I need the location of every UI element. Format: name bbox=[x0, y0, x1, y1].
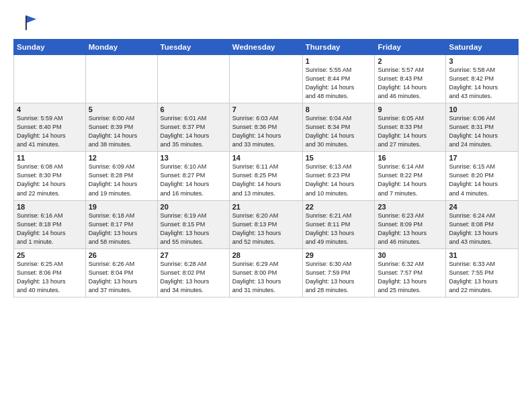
col-header-wednesday: Wednesday bbox=[229, 40, 302, 55]
calendar-cell: 24Sunrise: 6:24 AM Sunset: 8:08 PM Dayli… bbox=[446, 200, 519, 248]
calendar-cell: 15Sunrise: 6:13 AM Sunset: 8:23 PM Dayli… bbox=[302, 152, 375, 200]
day-number: 23 bbox=[378, 203, 443, 211]
day-info: Sunrise: 6:28 AM Sunset: 8:02 PM Dayligh… bbox=[161, 260, 226, 295]
day-info: Sunrise: 6:32 AM Sunset: 7:57 PM Dayligh… bbox=[378, 260, 443, 295]
col-header-thursday: Thursday bbox=[302, 40, 375, 55]
day-number: 1 bbox=[306, 57, 372, 65]
day-info: Sunrise: 6:20 AM Sunset: 8:13 PM Dayligh… bbox=[232, 212, 300, 246]
day-number: 11 bbox=[17, 154, 83, 162]
day-number: 29 bbox=[306, 251, 372, 259]
calendar-week-row: 11Sunrise: 6:08 AM Sunset: 8:30 PM Dayli… bbox=[14, 152, 519, 200]
day-info: Sunrise: 6:10 AM Sunset: 8:27 PM Dayligh… bbox=[161, 163, 226, 197]
calendar-cell: 8Sunrise: 6:04 AM Sunset: 8:34 PM Daylig… bbox=[302, 103, 375, 152]
calendar-cell: 1Sunrise: 5:55 AM Sunset: 8:44 PM Daylig… bbox=[302, 55, 375, 103]
day-number: 31 bbox=[449, 251, 515, 259]
day-number: 22 bbox=[306, 203, 372, 211]
col-header-saturday: Saturday bbox=[446, 40, 519, 55]
calendar-cell: 6Sunrise: 6:01 AM Sunset: 8:37 PM Daylig… bbox=[157, 103, 229, 152]
day-number: 21 bbox=[232, 203, 300, 211]
calendar-cell bbox=[85, 55, 157, 103]
calendar-cell bbox=[157, 55, 229, 103]
day-number: 25 bbox=[17, 251, 83, 259]
day-number: 20 bbox=[161, 203, 226, 211]
day-number: 9 bbox=[378, 105, 443, 113]
day-number: 27 bbox=[161, 251, 226, 259]
day-number: 12 bbox=[89, 154, 154, 162]
calendar-cell bbox=[229, 55, 302, 103]
calendar-header-row: SundayMondayTuesdayWednesdayThursdayFrid… bbox=[14, 40, 519, 55]
calendar-cell: 5Sunrise: 6:00 AM Sunset: 8:39 PM Daylig… bbox=[85, 103, 157, 152]
day-number: 30 bbox=[378, 251, 443, 259]
calendar-cell: 26Sunrise: 6:26 AM Sunset: 8:04 PM Dayli… bbox=[85, 248, 157, 297]
col-header-monday: Monday bbox=[85, 40, 157, 55]
logo bbox=[13, 11, 42, 35]
day-info: Sunrise: 6:09 AM Sunset: 8:28 PM Dayligh… bbox=[89, 163, 154, 197]
day-number: 14 bbox=[232, 154, 300, 162]
day-info: Sunrise: 6:14 AM Sunset: 8:22 PM Dayligh… bbox=[378, 163, 443, 197]
calendar-cell: 22Sunrise: 6:21 AM Sunset: 8:11 PM Dayli… bbox=[302, 200, 375, 248]
day-number: 6 bbox=[161, 105, 226, 113]
day-number: 18 bbox=[17, 203, 83, 211]
day-info: Sunrise: 6:25 AM Sunset: 8:06 PM Dayligh… bbox=[17, 260, 83, 295]
calendar-cell: 31Sunrise: 6:33 AM Sunset: 7:55 PM Dayli… bbox=[446, 248, 519, 297]
day-info: Sunrise: 6:06 AM Sunset: 8:31 PM Dayligh… bbox=[449, 114, 515, 149]
day-info: Sunrise: 6:05 AM Sunset: 8:33 PM Dayligh… bbox=[378, 114, 443, 149]
calendar-cell: 14Sunrise: 6:11 AM Sunset: 8:25 PM Dayli… bbox=[229, 152, 302, 200]
day-number: 26 bbox=[89, 251, 154, 259]
day-number: 4 bbox=[17, 105, 83, 113]
calendar-cell: 28Sunrise: 6:29 AM Sunset: 8:00 PM Dayli… bbox=[229, 248, 302, 297]
day-info: Sunrise: 6:29 AM Sunset: 8:00 PM Dayligh… bbox=[232, 260, 300, 295]
day-number: 10 bbox=[449, 105, 515, 113]
calendar-table: SundayMondayTuesdayWednesdayThursdayFrid… bbox=[13, 39, 519, 298]
day-info: Sunrise: 6:23 AM Sunset: 8:09 PM Dayligh… bbox=[378, 212, 443, 246]
calendar-cell: 18Sunrise: 6:16 AM Sunset: 8:18 PM Dayli… bbox=[14, 200, 86, 248]
day-number: 2 bbox=[378, 57, 443, 65]
calendar-cell: 11Sunrise: 6:08 AM Sunset: 8:30 PM Dayli… bbox=[14, 152, 86, 200]
day-number: 19 bbox=[89, 203, 154, 211]
day-number: 24 bbox=[449, 203, 515, 211]
day-info: Sunrise: 6:04 AM Sunset: 8:34 PM Dayligh… bbox=[306, 114, 372, 149]
day-info: Sunrise: 6:33 AM Sunset: 7:55 PM Dayligh… bbox=[449, 260, 515, 295]
calendar-cell: 19Sunrise: 6:18 AM Sunset: 8:17 PM Dayli… bbox=[85, 200, 157, 248]
day-number: 5 bbox=[89, 105, 154, 113]
day-info: Sunrise: 6:01 AM Sunset: 8:37 PM Dayligh… bbox=[161, 114, 226, 149]
calendar-cell: 16Sunrise: 6:14 AM Sunset: 8:22 PM Dayli… bbox=[375, 152, 446, 200]
day-info: Sunrise: 6:15 AM Sunset: 8:20 PM Dayligh… bbox=[449, 163, 515, 197]
calendar-cell: 10Sunrise: 6:06 AM Sunset: 8:31 PM Dayli… bbox=[446, 103, 519, 152]
calendar-cell: 17Sunrise: 6:15 AM Sunset: 8:20 PM Dayli… bbox=[446, 152, 519, 200]
calendar-cell: 4Sunrise: 5:59 AM Sunset: 8:40 PM Daylig… bbox=[14, 103, 86, 152]
day-info: Sunrise: 6:03 AM Sunset: 8:36 PM Dayligh… bbox=[232, 114, 300, 149]
header bbox=[13, 11, 519, 35]
calendar-cell: 21Sunrise: 6:20 AM Sunset: 8:13 PM Dayli… bbox=[229, 200, 302, 248]
calendar-cell: 20Sunrise: 6:19 AM Sunset: 8:15 PM Dayli… bbox=[157, 200, 229, 248]
calendar-cell: 9Sunrise: 6:05 AM Sunset: 8:33 PM Daylig… bbox=[375, 103, 446, 152]
calendar-week-row: 18Sunrise: 6:16 AM Sunset: 8:18 PM Dayli… bbox=[14, 200, 519, 248]
day-number: 3 bbox=[449, 57, 515, 65]
calendar-cell: 27Sunrise: 6:28 AM Sunset: 8:02 PM Dayli… bbox=[157, 248, 229, 297]
col-header-tuesday: Tuesday bbox=[157, 40, 229, 55]
day-info: Sunrise: 5:59 AM Sunset: 8:40 PM Dayligh… bbox=[17, 114, 83, 149]
day-number: 15 bbox=[306, 154, 372, 162]
calendar-cell: 25Sunrise: 6:25 AM Sunset: 8:06 PM Dayli… bbox=[14, 248, 86, 297]
calendar-week-row: 25Sunrise: 6:25 AM Sunset: 8:06 PM Dayli… bbox=[14, 248, 519, 297]
day-number: 16 bbox=[378, 154, 443, 162]
calendar-week-row: 4Sunrise: 5:59 AM Sunset: 8:40 PM Daylig… bbox=[14, 103, 519, 152]
day-info: Sunrise: 6:30 AM Sunset: 7:59 PM Dayligh… bbox=[306, 260, 372, 295]
calendar-cell: 30Sunrise: 6:32 AM Sunset: 7:57 PM Dayli… bbox=[375, 248, 446, 297]
day-info: Sunrise: 6:08 AM Sunset: 8:30 PM Dayligh… bbox=[17, 163, 83, 197]
calendar-cell: 3Sunrise: 5:58 AM Sunset: 8:42 PM Daylig… bbox=[446, 55, 519, 103]
calendar-week-row: 1Sunrise: 5:55 AM Sunset: 8:44 PM Daylig… bbox=[14, 55, 519, 103]
day-info: Sunrise: 5:57 AM Sunset: 8:43 PM Dayligh… bbox=[378, 66, 443, 101]
calendar-cell: 7Sunrise: 6:03 AM Sunset: 8:36 PM Daylig… bbox=[229, 103, 302, 152]
day-info: Sunrise: 6:00 AM Sunset: 8:39 PM Dayligh… bbox=[89, 114, 154, 149]
day-info: Sunrise: 6:16 AM Sunset: 8:18 PM Dayligh… bbox=[17, 212, 83, 246]
day-info: Sunrise: 5:55 AM Sunset: 8:44 PM Dayligh… bbox=[306, 66, 372, 101]
day-number: 17 bbox=[449, 154, 515, 162]
logo-icon bbox=[13, 11, 38, 35]
day-info: Sunrise: 5:58 AM Sunset: 8:42 PM Dayligh… bbox=[449, 66, 515, 101]
day-number: 8 bbox=[306, 105, 372, 113]
calendar-cell: 23Sunrise: 6:23 AM Sunset: 8:09 PM Dayli… bbox=[375, 200, 446, 248]
page: SundayMondayTuesdayWednesdayThursdayFrid… bbox=[0, 0, 532, 304]
day-number: 7 bbox=[232, 105, 300, 113]
calendar-cell: 29Sunrise: 6:30 AM Sunset: 7:59 PM Dayli… bbox=[302, 248, 375, 297]
